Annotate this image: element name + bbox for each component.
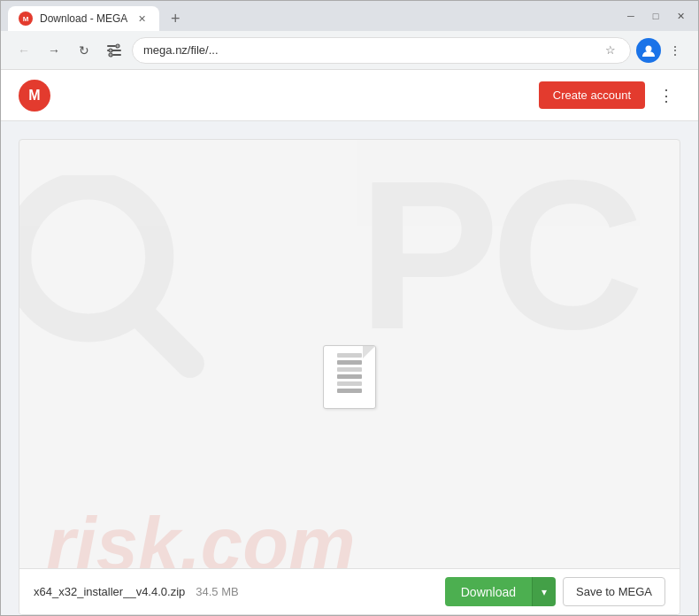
maximize-button[interactable]: □ bbox=[645, 5, 666, 27]
url-icons: ☆ bbox=[602, 42, 619, 59]
close-button[interactable]: ✕ bbox=[670, 5, 691, 27]
zip-file-icon bbox=[323, 345, 376, 409]
tab-title: Download - MEGA bbox=[40, 12, 127, 25]
refresh-button[interactable]: ↻ bbox=[72, 38, 96, 63]
active-tab[interactable]: Download - MEGA ✕ bbox=[8, 6, 159, 31]
file-info-bar: x64_x32_installer__v4.4.0.zip 34.5 MB Do… bbox=[19, 568, 680, 614]
tab-favicon bbox=[19, 12, 33, 26]
zip-stripe-3 bbox=[337, 367, 362, 372]
mega-more-button[interactable]: ⋮ bbox=[652, 81, 680, 110]
tab-bar: Download - MEGA ✕ + bbox=[8, 1, 613, 31]
browser-window: Download - MEGA ✕ + ─ □ ✕ ← → ↻ meg bbox=[0, 0, 699, 616]
back-button[interactable]: ← bbox=[12, 38, 36, 63]
page-content: M Create account ⋮ PC bbox=[1, 70, 698, 615]
address-bar: ← → ↻ mega.nz/file/... ☆ ⋮ bbox=[1, 31, 698, 70]
tab-close-button[interactable]: ✕ bbox=[134, 12, 149, 26]
svg-point-7 bbox=[19, 186, 159, 328]
svg-line-8 bbox=[139, 312, 190, 364]
svg-rect-2 bbox=[112, 54, 121, 56]
svg-point-5 bbox=[109, 53, 112, 57]
header-right: Create account ⋮ bbox=[539, 81, 680, 110]
url-bar[interactable]: mega.nz/file/... ☆ bbox=[132, 37, 631, 64]
svg-point-6 bbox=[646, 45, 652, 51]
file-name: x64_x32_installer__v4.4.0.zip bbox=[34, 585, 185, 598]
main-area: PC risk.com bbox=[1, 121, 698, 615]
download-dropdown-button[interactable]: ▾ bbox=[532, 577, 556, 606]
zip-stripe-6 bbox=[337, 389, 362, 393]
svg-point-4 bbox=[109, 49, 112, 52]
svg-point-3 bbox=[116, 44, 119, 48]
forward-button[interactable]: → bbox=[42, 38, 66, 63]
file-actions: Download ▾ Save to MEGA bbox=[445, 577, 665, 606]
save-to-mega-button[interactable]: Save to MEGA bbox=[563, 577, 665, 606]
zip-icon-fold bbox=[363, 346, 375, 358]
mega-header: M Create account ⋮ bbox=[1, 70, 698, 121]
chrome-menu-button[interactable]: ⋮ bbox=[663, 38, 687, 63]
zip-stripe-5 bbox=[337, 381, 362, 386]
tools-button[interactable] bbox=[102, 38, 127, 63]
zip-stripe-2 bbox=[337, 360, 362, 365]
minimize-button[interactable]: ─ bbox=[620, 5, 641, 27]
create-account-button[interactable]: Create account bbox=[539, 81, 645, 109]
magnifier-watermark bbox=[19, 175, 205, 379]
new-tab-button[interactable]: + bbox=[163, 6, 188, 31]
svg-rect-0 bbox=[107, 45, 116, 47]
mega-logo: M bbox=[19, 80, 50, 112]
download-button[interactable]: Download bbox=[445, 577, 532, 606]
bookmark-icon[interactable]: ☆ bbox=[602, 42, 619, 59]
address-bar-right: ⋮ bbox=[636, 38, 687, 63]
file-size: 34.5 MB bbox=[196, 585, 238, 598]
window-controls: ─ □ ✕ bbox=[620, 5, 691, 27]
zip-stripe-1 bbox=[337, 353, 362, 358]
url-text: mega.nz/file/... bbox=[143, 43, 595, 57]
profile-button[interactable] bbox=[636, 38, 661, 63]
zip-stripe-4 bbox=[337, 374, 362, 379]
file-preview-area: PC risk.com bbox=[19, 139, 680, 615]
pc-watermark: PC bbox=[358, 149, 635, 361]
title-bar: Download - MEGA ✕ + ─ □ ✕ bbox=[1, 1, 698, 31]
